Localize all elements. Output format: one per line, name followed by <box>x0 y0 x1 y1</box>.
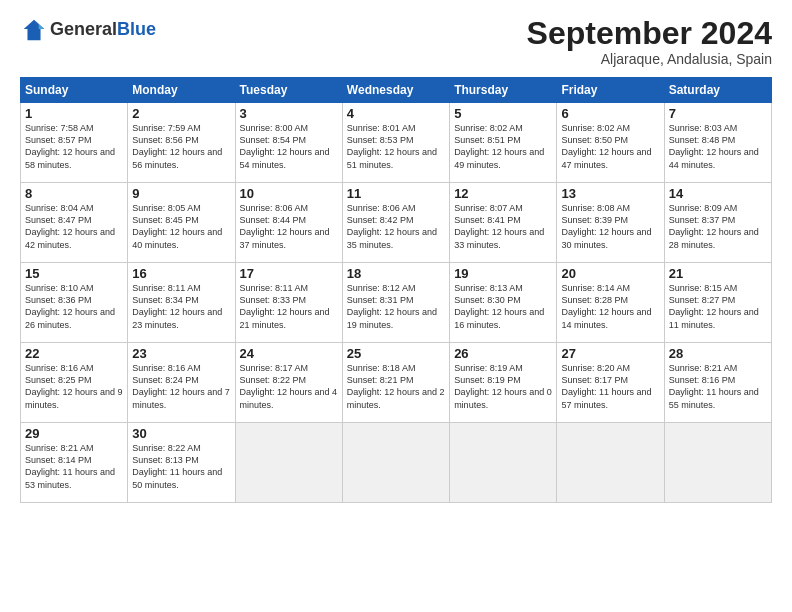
day-info: Sunrise: 8:02 AM Sunset: 8:50 PM Dayligh… <box>561 122 659 171</box>
calendar-day: 23Sunrise: 8:16 AM Sunset: 8:24 PM Dayli… <box>128 343 235 423</box>
calendar-day: 26Sunrise: 8:19 AM Sunset: 8:19 PM Dayli… <box>450 343 557 423</box>
calendar-day: 27Sunrise: 8:20 AM Sunset: 8:17 PM Dayli… <box>557 343 664 423</box>
day-info: Sunrise: 8:11 AM Sunset: 8:33 PM Dayligh… <box>240 282 338 331</box>
day-number: 19 <box>454 266 552 281</box>
calendar-day: 17Sunrise: 8:11 AM Sunset: 8:33 PM Dayli… <box>235 263 342 343</box>
day-number: 14 <box>669 186 767 201</box>
day-info: Sunrise: 8:06 AM Sunset: 8:44 PM Dayligh… <box>240 202 338 251</box>
header-row: Sunday Monday Tuesday Wednesday Thursday… <box>21 78 772 103</box>
calendar-day: 8Sunrise: 8:04 AM Sunset: 8:47 PM Daylig… <box>21 183 128 263</box>
day-info: Sunrise: 7:58 AM Sunset: 8:57 PM Dayligh… <box>25 122 123 171</box>
logo-text: GeneralBlue <box>50 20 156 40</box>
calendar-day <box>664 423 771 503</box>
day-number: 10 <box>240 186 338 201</box>
day-info: Sunrise: 8:22 AM Sunset: 8:13 PM Dayligh… <box>132 442 230 491</box>
day-info: Sunrise: 8:15 AM Sunset: 8:27 PM Dayligh… <box>669 282 767 331</box>
calendar-day: 25Sunrise: 8:18 AM Sunset: 8:21 PM Dayli… <box>342 343 449 423</box>
day-number: 25 <box>347 346 445 361</box>
day-number: 26 <box>454 346 552 361</box>
calendar-day <box>342 423 449 503</box>
calendar-day: 5Sunrise: 8:02 AM Sunset: 8:51 PM Daylig… <box>450 103 557 183</box>
day-info: Sunrise: 7:59 AM Sunset: 8:56 PM Dayligh… <box>132 122 230 171</box>
logo: GeneralBlue <box>20 16 156 44</box>
day-number: 23 <box>132 346 230 361</box>
calendar-day: 18Sunrise: 8:12 AM Sunset: 8:31 PM Dayli… <box>342 263 449 343</box>
day-number: 3 <box>240 106 338 121</box>
day-info: Sunrise: 8:08 AM Sunset: 8:39 PM Dayligh… <box>561 202 659 251</box>
day-number: 27 <box>561 346 659 361</box>
day-number: 17 <box>240 266 338 281</box>
calendar-day <box>450 423 557 503</box>
day-info: Sunrise: 8:13 AM Sunset: 8:30 PM Dayligh… <box>454 282 552 331</box>
calendar-day <box>557 423 664 503</box>
col-friday: Friday <box>557 78 664 103</box>
calendar-day: 9Sunrise: 8:05 AM Sunset: 8:45 PM Daylig… <box>128 183 235 263</box>
day-info: Sunrise: 8:11 AM Sunset: 8:34 PM Dayligh… <box>132 282 230 331</box>
calendar-day: 19Sunrise: 8:13 AM Sunset: 8:30 PM Dayli… <box>450 263 557 343</box>
location-subtitle: Aljaraque, Andalusia, Spain <box>527 51 772 67</box>
day-info: Sunrise: 8:18 AM Sunset: 8:21 PM Dayligh… <box>347 362 445 411</box>
day-info: Sunrise: 8:00 AM Sunset: 8:54 PM Dayligh… <box>240 122 338 171</box>
calendar-day: 13Sunrise: 8:08 AM Sunset: 8:39 PM Dayli… <box>557 183 664 263</box>
day-number: 20 <box>561 266 659 281</box>
calendar-day: 21Sunrise: 8:15 AM Sunset: 8:27 PM Dayli… <box>664 263 771 343</box>
calendar-day: 1Sunrise: 7:58 AM Sunset: 8:57 PM Daylig… <box>21 103 128 183</box>
col-saturday: Saturday <box>664 78 771 103</box>
day-info: Sunrise: 8:04 AM Sunset: 8:47 PM Dayligh… <box>25 202 123 251</box>
calendar-table: Sunday Monday Tuesday Wednesday Thursday… <box>20 77 772 503</box>
day-info: Sunrise: 8:12 AM Sunset: 8:31 PM Dayligh… <box>347 282 445 331</box>
day-info: Sunrise: 8:14 AM Sunset: 8:28 PM Dayligh… <box>561 282 659 331</box>
day-number: 2 <box>132 106 230 121</box>
day-number: 16 <box>132 266 230 281</box>
day-number: 29 <box>25 426 123 441</box>
logo-icon <box>20 16 48 44</box>
day-number: 11 <box>347 186 445 201</box>
calendar-day: 11Sunrise: 8:06 AM Sunset: 8:42 PM Dayli… <box>342 183 449 263</box>
day-info: Sunrise: 8:10 AM Sunset: 8:36 PM Dayligh… <box>25 282 123 331</box>
col-sunday: Sunday <box>21 78 128 103</box>
calendar-day: 2Sunrise: 7:59 AM Sunset: 8:56 PM Daylig… <box>128 103 235 183</box>
calendar-week-4: 22Sunrise: 8:16 AM Sunset: 8:25 PM Dayli… <box>21 343 772 423</box>
day-number: 28 <box>669 346 767 361</box>
day-info: Sunrise: 8:20 AM Sunset: 8:17 PM Dayligh… <box>561 362 659 411</box>
logo-blue: Blue <box>117 19 156 39</box>
day-info: Sunrise: 8:17 AM Sunset: 8:22 PM Dayligh… <box>240 362 338 411</box>
day-number: 13 <box>561 186 659 201</box>
day-number: 9 <box>132 186 230 201</box>
day-info: Sunrise: 8:09 AM Sunset: 8:37 PM Dayligh… <box>669 202 767 251</box>
title-block: September 2024 Aljaraque, Andalusia, Spa… <box>527 16 772 67</box>
day-info: Sunrise: 8:02 AM Sunset: 8:51 PM Dayligh… <box>454 122 552 171</box>
page: GeneralBlue September 2024 Aljaraque, An… <box>0 0 792 612</box>
day-number: 30 <box>132 426 230 441</box>
calendar-day: 6Sunrise: 8:02 AM Sunset: 8:50 PM Daylig… <box>557 103 664 183</box>
calendar-body: 1Sunrise: 7:58 AM Sunset: 8:57 PM Daylig… <box>21 103 772 503</box>
calendar-week-3: 15Sunrise: 8:10 AM Sunset: 8:36 PM Dayli… <box>21 263 772 343</box>
day-number: 1 <box>25 106 123 121</box>
svg-marker-0 <box>24 20 45 41</box>
logo-general: General <box>50 19 117 39</box>
day-number: 4 <box>347 106 445 121</box>
calendar-day: 24Sunrise: 8:17 AM Sunset: 8:22 PM Dayli… <box>235 343 342 423</box>
day-number: 7 <box>669 106 767 121</box>
day-info: Sunrise: 8:16 AM Sunset: 8:25 PM Dayligh… <box>25 362 123 411</box>
col-monday: Monday <box>128 78 235 103</box>
day-info: Sunrise: 8:19 AM Sunset: 8:19 PM Dayligh… <box>454 362 552 411</box>
calendar-day <box>235 423 342 503</box>
day-info: Sunrise: 8:01 AM Sunset: 8:53 PM Dayligh… <box>347 122 445 171</box>
day-info: Sunrise: 8:21 AM Sunset: 8:16 PM Dayligh… <box>669 362 767 411</box>
month-title: September 2024 <box>527 16 772 51</box>
calendar-week-1: 1Sunrise: 7:58 AM Sunset: 8:57 PM Daylig… <box>21 103 772 183</box>
calendar-day: 16Sunrise: 8:11 AM Sunset: 8:34 PM Dayli… <box>128 263 235 343</box>
day-info: Sunrise: 8:03 AM Sunset: 8:48 PM Dayligh… <box>669 122 767 171</box>
calendar-day: 3Sunrise: 8:00 AM Sunset: 8:54 PM Daylig… <box>235 103 342 183</box>
day-info: Sunrise: 8:06 AM Sunset: 8:42 PM Dayligh… <box>347 202 445 251</box>
calendar-week-5: 29Sunrise: 8:21 AM Sunset: 8:14 PM Dayli… <box>21 423 772 503</box>
day-info: Sunrise: 8:16 AM Sunset: 8:24 PM Dayligh… <box>132 362 230 411</box>
calendar-day: 28Sunrise: 8:21 AM Sunset: 8:16 PM Dayli… <box>664 343 771 423</box>
col-wednesday: Wednesday <box>342 78 449 103</box>
calendar-day: 4Sunrise: 8:01 AM Sunset: 8:53 PM Daylig… <box>342 103 449 183</box>
calendar-day: 12Sunrise: 8:07 AM Sunset: 8:41 PM Dayli… <box>450 183 557 263</box>
col-tuesday: Tuesday <box>235 78 342 103</box>
day-number: 21 <box>669 266 767 281</box>
calendar-day: 15Sunrise: 8:10 AM Sunset: 8:36 PM Dayli… <box>21 263 128 343</box>
